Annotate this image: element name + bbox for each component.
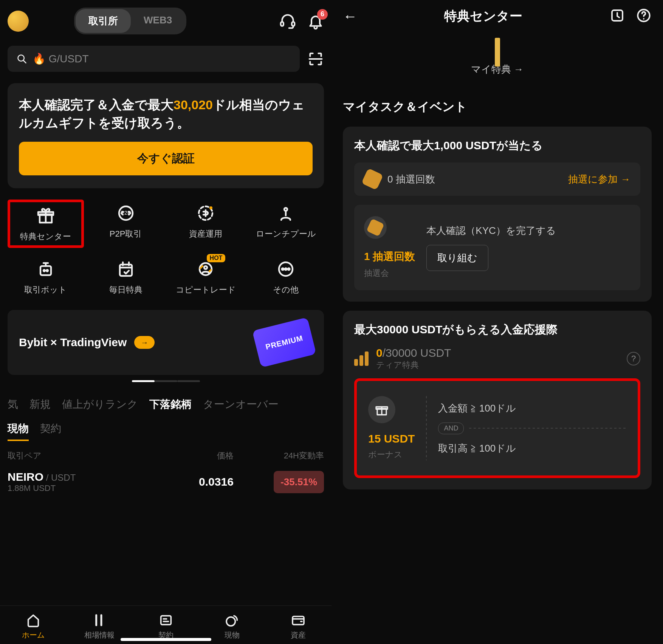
p2p-icon: P2P — [115, 203, 136, 224]
shortcut-p2p[interactable]: P2P P2P取引 — [88, 200, 164, 248]
shortcut-earn[interactable]: 資産運用 — [168, 200, 244, 248]
page-title: 特典センター — [365, 8, 602, 25]
shortcut-label: P2P取引 — [110, 228, 142, 240]
calendar-icon — [115, 259, 136, 280]
ticker-quote: / USDT — [43, 472, 76, 483]
svg-point-17 — [282, 268, 284, 270]
mkt-tab[interactable]: 気 — [8, 397, 18, 412]
svg-point-8 — [209, 206, 212, 209]
th-price: 価格 — [143, 450, 234, 461]
spot-icon — [225, 613, 240, 628]
and-label: AND — [438, 423, 464, 434]
nav-market[interactable]: 相場情報 — [66, 613, 132, 640]
shortcut-rewards-center[interactable]: 特典センター — [8, 200, 84, 248]
table-row[interactable]: NEIRO / USDT 1.88M USDT 0.0316 -35.51% — [8, 467, 324, 501]
contract-icon — [158, 613, 173, 628]
arrow-icon: → — [134, 336, 155, 349]
kyc-task: 1 抽選回数 抽選会 本人確認（KYC）を完了する 取り組む — [354, 205, 640, 290]
mkt-tab[interactable]: ターンオーバー — [203, 397, 279, 412]
mkt-tab[interactable]: 下落銘柄 — [149, 397, 192, 412]
svg-point-19 — [288, 268, 290, 270]
ticker-volume: 1.88M USDT — [8, 483, 143, 493]
join-lottery-button[interactable]: 抽選に参加→ — [568, 173, 630, 186]
shortcut-label: その他 — [273, 284, 299, 296]
earn-icon — [195, 203, 216, 224]
more-icon — [275, 259, 296, 280]
welcome-banner: 本人確認完了＆入金で最大30,020ドル相当のウェルカムギフトを受け取ろう。 今… — [8, 83, 324, 188]
ticker-price: 0.0316 — [143, 475, 234, 488]
section-heading: マイタスク＆イベント — [343, 99, 652, 115]
promo-label: Bybit × TradingView — [19, 336, 127, 349]
gift-icon — [35, 205, 56, 226]
card-title: 本人確認で最大1,000 USDTが当たる — [354, 138, 640, 153]
shortcut-bot[interactable]: 取引ボット — [8, 255, 84, 299]
nav-spot[interactable]: 現物 — [199, 613, 265, 640]
shortcut-daily[interactable]: 毎日特典 — [88, 255, 164, 299]
svg-text:P2P: P2P — [121, 210, 130, 216]
market-tabs: 気 新規 値上がりランク 下落銘柄 ターンオーバー — [8, 387, 324, 418]
condition-2: 取引高 ≧ 100ドル — [438, 442, 626, 455]
bot-icon — [35, 259, 56, 280]
avatar[interactable] — [8, 11, 29, 32]
divider — [426, 396, 427, 460]
th-pair: 取引ペア — [8, 450, 143, 461]
table-header: 取引ペア 価格 24H変動率 — [8, 441, 324, 467]
main-tab-switch: 取引所 WEB3 — [74, 8, 186, 34]
shortcut-label: 毎日特典 — [109, 284, 143, 296]
deposit-bonus-item[interactable]: 15 USDT ボーナス 入金額 ≧ 100ドル AND 取引高 ≧ 100ドル — [354, 378, 640, 478]
help-icon[interactable] — [636, 8, 652, 25]
svg-point-11 — [43, 270, 45, 271]
trophy-graphic — [495, 38, 500, 67]
help-icon[interactable]: ? — [627, 352, 640, 365]
notification-badge: 6 — [317, 9, 328, 20]
shortcut-copytrade[interactable]: コピートレード — [168, 255, 244, 299]
history-icon[interactable] — [609, 8, 625, 25]
shortcut-grid: 特典センター P2P P2P取引 資産運用 ローンチプール 取引ボット 毎日特典… — [8, 200, 324, 299]
promo-banner[interactable]: Bybit × TradingView → PREMIUM — [8, 310, 324, 375]
shortcut-more[interactable]: その他 — [248, 255, 324, 299]
home-indicator — [121, 638, 211, 641]
tab-web3[interactable]: WEB3 — [131, 9, 185, 33]
headset-icon[interactable] — [279, 13, 296, 29]
search-input[interactable]: 🔥 G/USDT — [8, 46, 300, 72]
deposit-card: 最大30000 USDTがもらえる入金応援際 0/30000 USDT ティア特… — [343, 311, 652, 489]
mkt-tab[interactable]: 新規 — [29, 397, 51, 412]
premium-card: PREMIUM — [252, 317, 316, 368]
gift-icon — [368, 396, 395, 423]
tier-sub: ティア特典 — [376, 359, 451, 371]
scan-icon[interactable] — [307, 51, 324, 67]
kyc-lottery-card: 本人確認で最大1,000 USDTが当たる 0 抽選回数 抽選に参加→ 1 抽選… — [343, 127, 652, 302]
subtab-contract[interactable]: 契約 — [40, 421, 61, 441]
engage-button[interactable]: 取り組む — [426, 245, 488, 271]
bonus-amount: 15 USDT — [368, 432, 415, 445]
shortcut-label: 特典センター — [20, 231, 71, 242]
home-icon — [26, 613, 41, 628]
svg-point-15 — [204, 266, 207, 269]
banner-text: 本人確認完了＆入金で最大30,020ドル相当のウェルカムギフトを受け取ろう。 — [19, 96, 313, 132]
svg-rect-20 — [161, 616, 171, 624]
search-placeholder: 🔥 G/USDT — [33, 53, 89, 65]
shortcut-launchpool[interactable]: ローンチプール — [248, 200, 324, 248]
back-icon[interactable]: ← — [343, 8, 357, 25]
bottom-nav: ホーム 相場情報 契約 現物 資産 — [0, 605, 332, 644]
nav-home[interactable]: ホーム — [0, 613, 66, 640]
verify-button[interactable]: 今すぐ認証 — [19, 142, 313, 175]
ticker-change: -35.51% — [274, 471, 324, 493]
promo-pager — [8, 380, 324, 382]
nav-assets[interactable]: 資産 — [265, 613, 332, 640]
coin-icon — [364, 216, 387, 239]
ticker-symbol: NEIRO — [8, 471, 43, 483]
bell-icon[interactable]: 6 — [307, 13, 324, 29]
mkt-tab[interactable]: 値上がりランク — [62, 397, 138, 412]
copytrade-icon — [195, 259, 216, 280]
svg-rect-22 — [293, 616, 304, 625]
shortcut-label: 資産運用 — [189, 228, 222, 240]
launchpool-icon — [275, 203, 296, 224]
bonus-label: ボーナス — [368, 449, 403, 460]
subtab-spot[interactable]: 現物 — [8, 421, 29, 441]
coin-icon — [361, 168, 383, 190]
candles-icon — [92, 613, 107, 628]
entry-sub: 抽選会 — [364, 268, 389, 279]
nav-contract[interactable]: 契約 — [133, 613, 199, 640]
tab-exchange[interactable]: 取引所 — [76, 9, 131, 33]
